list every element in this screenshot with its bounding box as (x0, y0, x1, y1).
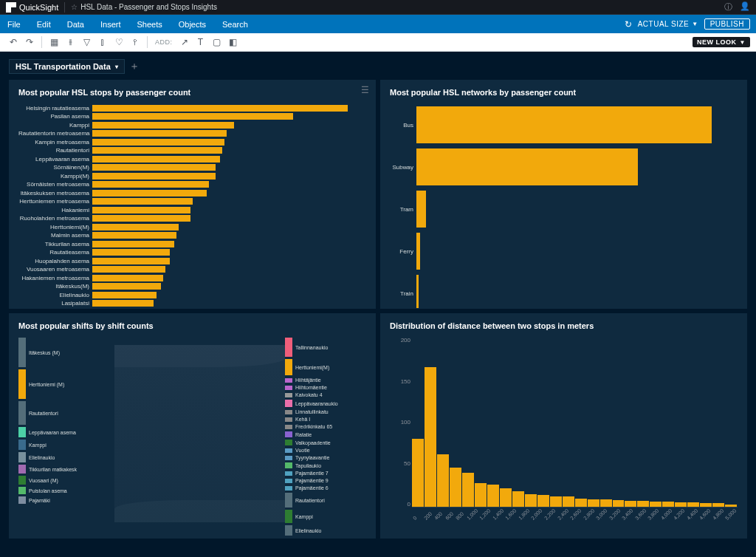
bar-fill (92, 241, 174, 247)
user-icon[interactable]: 👤 (740, 1, 750, 13)
sankey-label: Pajamäentie 6 (295, 485, 329, 491)
sankey-label: Puistolan asema (29, 488, 67, 493)
bar-row: Rautatieasema (18, 249, 366, 257)
visual-icon[interactable]: ⫵ (63, 35, 78, 49)
sankey-target-node: Tapuliaukio (285, 462, 366, 468)
bar-row: Kamppi(M) (18, 172, 366, 180)
bar-label: Sörnäisten metroasema (18, 181, 92, 188)
histogram-bar (425, 367, 436, 507)
bar-row: Helsingin rautatieasema (18, 104, 366, 112)
sankey-label: Tallinnanaukio (295, 345, 328, 350)
chevron-down-icon: ▼ (740, 39, 746, 46)
bar-fill (416, 191, 426, 228)
sankey-source-node: Pajamäki (18, 496, 114, 504)
add-image-icon[interactable]: ▢ (210, 35, 224, 49)
sankey-target-node: Leppävaaranaukio (285, 400, 366, 407)
menu-insert[interactable]: Insert (100, 20, 121, 29)
bar-fill (92, 258, 170, 264)
visual-title: Most popular HSL networks by passenger c… (390, 88, 738, 97)
sankey-label: Fredrikinkatu 65 (295, 424, 332, 429)
add-text-icon[interactable]: T (193, 35, 208, 49)
bar-row: Train (390, 273, 738, 309)
menu-sheets[interactable]: Sheets (137, 20, 162, 29)
publish-button[interactable]: PUBLISH (704, 18, 750, 30)
sankey-source-node: Leppävaaran asema (18, 427, 114, 437)
zoom-select[interactable]: ACTUAL SIZE ▼ (638, 20, 698, 28)
bar-fill (92, 292, 157, 298)
bar-label: Rautatientorin metroasema (18, 130, 92, 137)
bar-row: Sörnäinen(M) (18, 164, 366, 172)
bar-label: Ferry (390, 248, 416, 255)
sankey-target-node: Hiihtomäentie (285, 385, 366, 390)
divider (147, 36, 148, 48)
menu-edit[interactable]: Edit (37, 20, 51, 29)
analysis-title: HSL Data - Passenger and Stops Insights (80, 3, 217, 11)
menu-bar: File Edit Data Insert Sheets Objects Sea… (0, 15, 756, 33)
analysis-breadcrumb[interactable]: ☆ HSL Data - Passenger and Stops Insight… (71, 3, 217, 11)
sankey-target-node: Hiihtäjäntie (285, 377, 366, 383)
chart-icon[interactable]: ⫯ (128, 35, 142, 49)
share-icon[interactable]: ↻ (625, 19, 632, 30)
histogram-bar (725, 505, 737, 507)
bar-fill (92, 224, 179, 230)
histogram-bar (462, 473, 474, 507)
add-line-chart-icon[interactable]: ↗ (177, 35, 192, 49)
bar-row: Malmin asema (18, 232, 366, 240)
sankey-label: Kehä I (295, 417, 310, 422)
bar-label: Huopalahden asema (18, 258, 92, 264)
dataset-icon[interactable]: ▦ (47, 35, 61, 49)
sankey-rect (285, 486, 292, 491)
sankey-label: Rautatientori (29, 411, 58, 416)
sankey-rect (18, 440, 26, 450)
new-look-toggle[interactable]: NEW LOOK ▼ (693, 37, 750, 47)
visual-stops-bar[interactable]: ☰ Most popular HSL stops by passenger co… (9, 80, 376, 309)
visual-shifts-sankey[interactable]: Most popular shifts by shift counts Itäk… (9, 313, 376, 539)
chevron-down-icon[interactable]: ▾ (115, 64, 118, 70)
bar-fill (92, 215, 190, 222)
help-icon[interactable]: ⓘ (724, 1, 732, 13)
bar-fill (92, 156, 220, 163)
visual-options-icon[interactable]: ☰ (361, 85, 369, 95)
sankey-rect (18, 465, 26, 474)
add-sheet-button[interactable]: ＋ (129, 60, 140, 73)
menu-search[interactable]: Search (222, 20, 248, 29)
sankey-label: Ratatie (295, 432, 312, 437)
chart-body: Helsingin rautatieasemaPasilan asemaKamp… (18, 104, 366, 309)
chart-body: Itäkeskus (M)Herttoniemi (M)Rautatientor… (18, 338, 366, 530)
visual-distance-histogram[interactable]: Distribution of distance between two sto… (380, 313, 747, 539)
menu-file[interactable]: File (7, 20, 21, 29)
sankey-source-node: Kamppi (18, 440, 114, 450)
bar-fill (92, 232, 176, 239)
add-box-icon[interactable]: ◧ (226, 35, 241, 49)
undo-button[interactable]: ↶ (6, 35, 21, 49)
sankey-rect (18, 452, 26, 462)
quicksight-logo[interactable]: QuickSight (6, 2, 58, 13)
menu-data[interactable]: Data (67, 20, 84, 29)
visual-title: Most popular shifts by shift counts (18, 321, 366, 330)
parameter-icon[interactable]: ⫿ (95, 35, 110, 49)
star-icon[interactable]: ☆ (71, 3, 78, 11)
histogram-bar (487, 485, 499, 507)
sheet-tab-active[interactable]: HSL Transportation Data ▾ (9, 59, 125, 74)
lightbulb-icon[interactable]: ♡ (111, 35, 126, 49)
bar-label: Subway (390, 164, 416, 171)
chart-body: BusSubwayTramFerryTrain (390, 104, 738, 309)
filter-icon[interactable]: ▽ (79, 35, 94, 49)
sankey-rect (285, 525, 292, 536)
bar-fill (92, 283, 161, 290)
sankey-label: Pajamäentie 7 (295, 471, 329, 476)
histogram-bar (625, 501, 636, 507)
visual-networks-bar[interactable]: Most popular HSL networks by passenger c… (380, 80, 747, 309)
sankey-label: Vuotie (295, 448, 310, 453)
sankey-source-node: Puistolan asema (18, 487, 114, 494)
bar-row: Hakaniemi (18, 206, 366, 214)
sankey-rect (285, 400, 292, 407)
bar-fill (92, 105, 348, 112)
sankey-target-node: Vuotie (285, 448, 366, 453)
add-label: ADD: (155, 38, 173, 46)
menu-objects[interactable]: Objects (179, 20, 206, 29)
redo-button[interactable]: ↷ (22, 35, 37, 49)
bar-label: Vuosaaren metroasema (18, 266, 92, 273)
sankey-label: Hiihtomäentie (295, 385, 327, 390)
sankey-target-node: Kaivokatu 4 (285, 392, 366, 397)
